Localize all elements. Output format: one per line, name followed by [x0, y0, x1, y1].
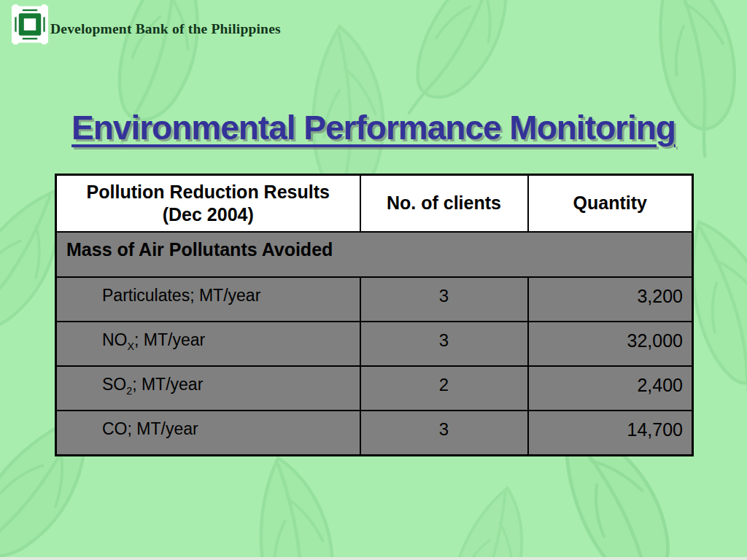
- row-quantity: 3,200: [528, 277, 693, 322]
- row-clients: 3: [360, 322, 528, 366]
- slide: Development Bank of the Philippines Envi…: [0, 0, 747, 560]
- dbp-logo-icon: [12, 4, 48, 44]
- row-quantity: 32,000: [528, 322, 693, 366]
- col-header-quantity: Quantity: [528, 175, 693, 233]
- slide-bottom-edge: [0, 557, 747, 560]
- section-label: Mass of Air Pollutants Avoided: [56, 232, 693, 277]
- row-quantity: 14,700: [528, 411, 693, 455]
- row-clients: 3: [360, 277, 528, 322]
- org-name: Development Bank of the Philippines: [50, 12, 281, 37]
- section-row: Mass of Air Pollutants Avoided: [56, 232, 693, 277]
- slide-header: Development Bank of the Philippines: [12, 4, 281, 44]
- pollution-results-table: Pollution Reduction Results (Dec 2004) N…: [55, 174, 694, 456]
- header-line-1: Pollution Reduction Results: [87, 182, 330, 202]
- col-header-clients: No. of clients: [360, 175, 528, 233]
- table-row: SO2; MT/year 2 2,400: [56, 366, 693, 411]
- row-label: SO2; MT/year: [56, 366, 360, 411]
- row-label: CO; MT/year: [56, 411, 360, 455]
- header-line-2: (Dec 2004): [163, 204, 254, 225]
- table-header-row: Pollution Reduction Results (Dec 2004) N…: [56, 175, 693, 233]
- table-row: Particulates; MT/year 3 3,200: [56, 277, 693, 322]
- row-clients: 3: [360, 411, 528, 455]
- row-label: Particulates; MT/year: [56, 277, 360, 322]
- table-row: CO; MT/year 3 14,700: [56, 411, 693, 455]
- table-row: NOX; MT/year 3 32,000: [56, 322, 693, 366]
- row-label: NOX; MT/year: [56, 322, 360, 366]
- row-clients: 2: [360, 366, 528, 411]
- row-quantity: 2,400: [528, 366, 693, 411]
- page-title: Environmental Performance Monitoring: [0, 108, 747, 147]
- col-header-pollution-results: Pollution Reduction Results (Dec 2004): [56, 175, 360, 233]
